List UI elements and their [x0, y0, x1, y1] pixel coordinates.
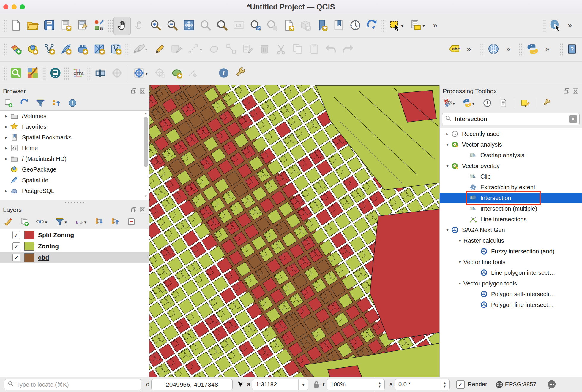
spinner-arrows[interactable]: ▲▼: [375, 379, 384, 390]
locator-search[interactable]: Type to locate (⌘K): [4, 379, 141, 390]
chevron-down-icon[interactable]: ▾: [200, 47, 204, 52]
extent-tracking-icon[interactable]: [236, 380, 245, 389]
expand-arrow-icon[interactable]: ▸: [2, 113, 10, 119]
chevron-down-icon[interactable]: ▾: [145, 47, 149, 52]
browser-item-geopackage[interactable]: GeoPackage: [0, 164, 149, 175]
browser-item-macintosh-hd[interactable]: ▸/ (Macintosh HD): [0, 153, 149, 164]
toolbox-item-vector-polygon-tools[interactable]: ▾Vector polygon tools: [440, 278, 582, 289]
new-spatialite-button[interactable]: [58, 41, 74, 58]
toolbox-item-overlap-analysis[interactable]: Overlap analysis: [440, 150, 582, 161]
chevron-down-icon[interactable]: ▼: [298, 379, 308, 390]
new-mesh-button[interactable]: [74, 41, 91, 58]
python-console-button[interactable]: ▾: [462, 98, 477, 109]
expand-arrow-icon[interactable]: ▸: [2, 145, 10, 151]
filter-expression-button[interactable]: ε▾: [74, 216, 89, 228]
coordinate-field[interactable]: 2049956,-4017348: [151, 379, 233, 390]
datasource-manager-button[interactable]: [8, 41, 24, 58]
wrench-button[interactable]: [232, 65, 249, 82]
magnifier-spinbox[interactable]: 100% ▲▼: [327, 379, 385, 390]
toolbox-search-input[interactable]: [454, 115, 569, 123]
note-edit-button[interactable]: [519, 98, 531, 109]
overflow-button[interactable]: »: [463, 41, 479, 58]
new-shapefile-button[interactable]: [41, 41, 58, 58]
toolbox-item-polygon-line-intersect[interactable]: Polygon-line intersect…: [440, 299, 582, 310]
wrench-button[interactable]: [541, 98, 553, 109]
toolbox-item-vector-overlay[interactable]: ▾Vector overlay: [440, 161, 582, 171]
expand-arrow-icon[interactable]: ▾: [456, 238, 463, 243]
expand-arrow-icon[interactable]: ▾: [456, 259, 463, 265]
browser-item-volumes[interactable]: ▸/Volumes: [0, 111, 149, 121]
add-selected-layer-button[interactable]: [2, 98, 14, 109]
toolbox-item-recently-used[interactable]: ▸Recently used: [440, 128, 582, 139]
toolbox-item-extract-clip-by-extent[interactable]: Extract/clip by extent: [440, 182, 582, 193]
zoom-in-button[interactable]: [147, 17, 164, 35]
scrollbar[interactable]: ▲ ▼: [143, 111, 149, 199]
expand-arrow-icon[interactable]: ▸: [2, 124, 10, 129]
browser-item-favorites[interactable]: ▸Favorites: [0, 121, 149, 132]
expand-arrow-icon[interactable]: ▾: [444, 227, 451, 233]
clear-search-icon[interactable]: ✕: [569, 115, 577, 123]
expand-arrow-icon[interactable]: ▾: [444, 142, 451, 147]
toolbox-item-intersection[interactable]: Intersection: [440, 193, 582, 203]
chevron-down-icon[interactable]: ▾: [146, 71, 150, 76]
scroll-up-icon[interactable]: ▲: [143, 111, 149, 116]
scrollbar-thumb[interactable]: [144, 117, 148, 167]
profile-device-button[interactable]: [92, 65, 109, 82]
remove-layer-button[interactable]: [125, 216, 137, 228]
chevron-down-icon[interactable]: ▾: [472, 101, 477, 106]
toggle-editing-button[interactable]: [152, 41, 168, 58]
add-group-button[interactable]: [18, 216, 30, 228]
chevron-down-icon[interactable]: ▾: [45, 220, 49, 225]
panel-splitter[interactable]: [0, 200, 149, 204]
history-clock-button[interactable]: [481, 98, 493, 109]
render-checkbox[interactable]: ✓: [456, 380, 465, 389]
transit-bus-button[interactable]: [47, 65, 64, 82]
layer-item-cbd[interactable]: ✓cbd: [0, 252, 149, 263]
toolbox-item-intersection-multiple[interactable]: Intersection (multiple): [440, 203, 582, 214]
paper-doc-button[interactable]: [497, 98, 509, 109]
toolbox-search-box[interactable]: ✕: [442, 113, 580, 125]
float-panel-icon[interactable]: [563, 88, 570, 95]
lock-scale-icon[interactable]: [312, 380, 321, 389]
open-project-button[interactable]: [24, 17, 41, 35]
chevron-down-icon[interactable]: ▾: [84, 220, 89, 225]
refresh-small-button[interactable]: [18, 98, 30, 109]
zoom-full-button[interactable]: [181, 17, 197, 35]
new-map-view-button[interactable]: [280, 17, 297, 35]
properties-info-button[interactable]: i: [67, 98, 78, 109]
toolbox-item-raster-calculus[interactable]: ▾Raster calculus: [440, 235, 582, 246]
expand-tree-button[interactable]: [93, 216, 105, 228]
filter-funnel-button[interactable]: [34, 98, 46, 109]
show-bookmarks-button[interactable]: [330, 17, 347, 35]
new-bookmark-button[interactable]: [314, 17, 330, 35]
style-brush-button[interactable]: [2, 216, 14, 228]
layer-checkbox[interactable]: ✓: [12, 254, 20, 261]
layout-manager-button[interactable]: [74, 17, 91, 35]
crs-status[interactable]: EPSG:3857: [495, 380, 537, 389]
new-scratch-button[interactable]: [108, 41, 124, 58]
toolbox-item-fuzzy-intersection-and[interactable]: Fuzzy intersection (and): [440, 246, 582, 257]
browser-item-spatial-bookmarks[interactable]: ▸Spatial Bookmarks: [0, 132, 149, 143]
collapse-tree-button[interactable]: [109, 216, 121, 228]
expand-arrow-icon[interactable]: ▸: [2, 188, 10, 193]
layer-item-split-zoning[interactable]: ✓Split Zoning: [0, 229, 149, 241]
zoom-out-button[interactable]: [164, 17, 181, 35]
rotation-spinbox[interactable]: 0.0 ° ▲▼: [395, 379, 450, 390]
scale-combobox[interactable]: 1:31182 ▼: [252, 379, 308, 390]
gears-multi-button[interactable]: ▾: [442, 98, 458, 109]
expand-arrow-icon[interactable]: ▾: [456, 281, 463, 286]
expand-arrow-icon[interactable]: ▸: [444, 131, 451, 137]
filter-funnel-button[interactable]: ▾: [54, 216, 70, 228]
collapse-tree-button[interactable]: [51, 98, 62, 109]
osm-search-button[interactable]: [8, 65, 24, 82]
chevron-down-icon[interactable]: ▾: [65, 220, 69, 225]
select-form-button[interactable]: ▾: [408, 17, 429, 35]
quickmap-button[interactable]: [24, 65, 41, 82]
new-geopackage-button[interactable]: [24, 41, 41, 58]
expand-arrow-icon[interactable]: ▸: [2, 135, 10, 140]
close-panel-icon[interactable]: [572, 88, 579, 95]
overflow-2-button[interactable]: »: [564, 17, 580, 35]
browser-item-postgresql[interactable]: ▸PostgreSQL: [0, 185, 149, 196]
expand-arrow-icon[interactable]: ▸: [2, 156, 10, 161]
chevron-down-icon[interactable]: ▾: [423, 23, 427, 28]
